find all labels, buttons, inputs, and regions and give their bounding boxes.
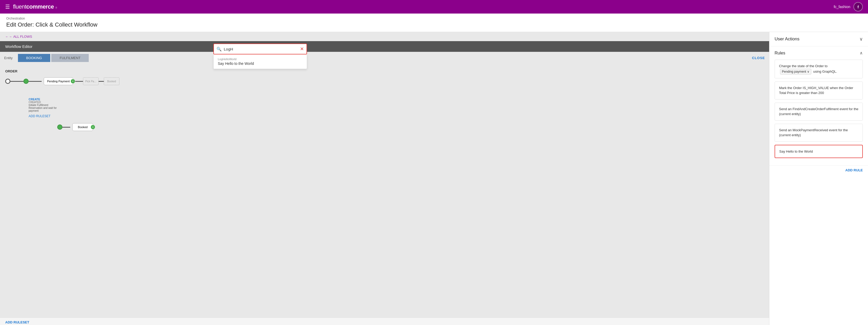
chevron-down-icon[interactable]: ∨ xyxy=(860,36,863,42)
main-area: ← ← ALL FLOWS Workflow Editor Entity BOO… xyxy=(0,32,868,325)
node-line-4 xyxy=(99,81,104,82)
all-flows-link[interactable]: ← ← ALL FLOWS xyxy=(0,32,769,41)
create-section: CREATE CREATED Initiate Fulfilment Reser… xyxy=(5,95,764,118)
created-label: CREATED xyxy=(29,101,65,104)
rule-card-3[interactable]: Send an FindAndCreateOrderFulfilment eve… xyxy=(775,102,863,121)
search-result-item[interactable]: LogHelloWorld Say Hello to the World xyxy=(214,54,307,69)
rule-3-event: FindAndCreateOrderFulfilment xyxy=(793,107,840,111)
node-line-2 xyxy=(29,81,42,82)
second-nodes-row: Booked ≡ xyxy=(5,123,764,131)
booked-node[interactable]: Booked ≡ xyxy=(72,123,93,131)
search-result-name: Say Hello to the World xyxy=(218,61,303,66)
rules-label: Rules xyxy=(775,51,785,56)
rule-1-suffix: using GraphQL. xyxy=(813,69,837,73)
all-flows-label: ← ALL FLOWS xyxy=(9,35,32,38)
search-clear-icon[interactable]: ✕ xyxy=(300,46,304,52)
rule-card-1[interactable]: Change the state of the Order to Pending… xyxy=(775,60,863,79)
rule-card-4[interactable]: Send an MockPaymentReceived event for th… xyxy=(775,124,863,142)
booking-tab[interactable]: BOOKING xyxy=(18,54,51,62)
rule-card-5[interactable]: Say Hello to the World xyxy=(775,145,863,158)
right-panel: User Actions ∨ Rules ∧ Change the state … xyxy=(769,32,868,325)
entity-label: Entity xyxy=(4,56,13,60)
bottom-add-ruleset-button[interactable]: ADD RULESET xyxy=(0,318,769,325)
create-info: CREATE CREATED Initiate Fulfilment Reser… xyxy=(29,95,65,118)
nodes-row: Pending Payment ≡ Pick Pa... Booked xyxy=(5,77,764,85)
breadcrumb: Orchestration xyxy=(6,17,862,20)
rule-2-value: 200 xyxy=(818,91,824,95)
right-panel-title: User Actions xyxy=(775,36,799,42)
page-title: Edit Order: Click & Collect Workflow xyxy=(6,21,862,28)
green-node-1 xyxy=(23,79,29,84)
rule-3-pre: Send an xyxy=(779,107,793,111)
order-label: ORDER xyxy=(5,69,764,73)
workflow-canvas: ORDER Pending Payment ≡ Pick Pa... Booke… xyxy=(0,64,769,322)
user-avatar[interactable]: f xyxy=(854,2,863,11)
rules-section: Rules ∧ Change the state of the Order to… xyxy=(769,46,868,165)
chevron-up-icon[interactable]: ∧ xyxy=(860,51,863,56)
logo: fluentcommerce ≡ xyxy=(13,3,57,10)
search-result-category: LogHelloWorld xyxy=(218,58,303,61)
hamburger-icon[interactable]: ☰ xyxy=(5,4,10,10)
node-line-1 xyxy=(10,81,23,82)
pick-node-placeholder: Pick Pa... xyxy=(83,77,99,85)
booked-label: Booked xyxy=(76,125,90,129)
search-input[interactable] xyxy=(224,47,298,51)
node-icon: ≡ xyxy=(71,79,75,83)
node-line-5 xyxy=(62,127,70,127)
workflow-tabs: Entity BOOKING FULFILMENT CLOSE xyxy=(0,52,769,64)
booked-node-placeholder: Booked xyxy=(104,77,119,85)
workflow-area: ← ← ALL FLOWS Workflow Editor Entity BOO… xyxy=(0,32,769,325)
add-rule-button[interactable]: ADD RULE xyxy=(769,165,868,175)
right-panel-header: User Actions ∨ xyxy=(769,32,868,46)
rule-4-event: MockPaymentReceived xyxy=(793,128,829,132)
nav-right: fc_fashion f xyxy=(834,2,863,11)
rule-card-2[interactable]: Mark the Order IS_HIGH_VALUE when the Or… xyxy=(775,82,863,99)
rule-1-text: Change the state of the Order to xyxy=(779,64,828,68)
create-label: CREATE xyxy=(29,98,65,101)
search-box: 🔍 ✕ xyxy=(213,43,307,54)
start-node xyxy=(5,79,10,84)
arrow-left-icon: ← xyxy=(5,35,8,38)
action-text: Initiate Fulfilment Reservation and wait… xyxy=(29,104,60,112)
rule-5-text: Say Hello to the World xyxy=(779,149,813,153)
top-nav: ☰ fluentcommerce ≡ fc_fashion f xyxy=(0,0,868,13)
search-overlay: 🔍 ✕ LogHelloWorld Say Hello to the World xyxy=(213,43,307,69)
close-button[interactable]: CLOSE xyxy=(752,56,765,60)
pending-payment-label: Pending Payment xyxy=(47,80,70,83)
search-results-dropdown: LogHelloWorld Say Hello to the World xyxy=(213,54,307,69)
nav-left: ☰ fluentcommerce ≡ xyxy=(5,3,57,10)
green-node-2 xyxy=(57,124,62,130)
rules-title: Rules ∧ xyxy=(775,51,863,56)
pending-payment-node[interactable]: Pending Payment ≡ xyxy=(44,77,73,85)
rule-1-select[interactable]: Pending payment ∨ xyxy=(780,69,811,75)
add-ruleset-button[interactable]: ADD RULESET xyxy=(29,114,65,118)
subheader: Orchestration Edit Order: Click & Collec… xyxy=(0,13,868,32)
rule-2-text: Mark the Order IS_HIGH_VALUE when the Or… xyxy=(779,86,853,95)
booked-icon: ≡ xyxy=(91,125,95,129)
node-line-3 xyxy=(75,81,83,82)
search-icon: 🔍 xyxy=(216,47,222,52)
logo-text: fluentcommerce ≡ xyxy=(13,3,57,10)
fulfilment-tab[interactable]: FULFILMENT xyxy=(51,54,89,62)
tenant-name: fc_fashion xyxy=(834,5,850,9)
workflow-editor-header: Workflow Editor xyxy=(0,41,769,52)
rule-4-pre: Send an xyxy=(779,128,793,132)
